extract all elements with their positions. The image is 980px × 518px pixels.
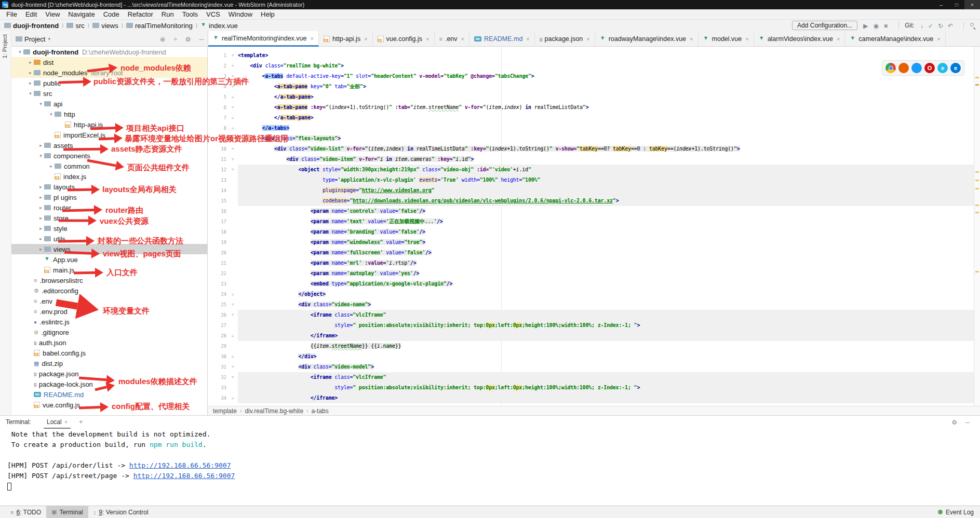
tab-env[interactable]: ≡.env× [435, 31, 470, 47]
chevron-collapsed-icon[interactable]: ▸ [37, 226, 44, 231]
chrome-icon[interactable] [885, 63, 896, 73]
tree-item-src[interactable]: ▾src [11, 88, 207, 99]
tree-item-index-js[interactable]: JSindex.js [11, 171, 207, 182]
history-icon[interactable]: ↻ [938, 22, 943, 30]
stripe-mark[interactable] [975, 205, 979, 206]
tree-item-editorconfig[interactable]: ⚙.editorconfig [11, 285, 207, 296]
chevron-collapsed-icon[interactable]: ▸ [37, 247, 44, 252]
tree-item-style[interactable]: ▸style [11, 223, 207, 234]
fold-open-icon[interactable]: ▿ [230, 154, 236, 165]
terminal-tab-close-icon[interactable]: × [64, 419, 68, 425]
terminal-link[interactable]: http://192.168.66.56:9007 [133, 472, 235, 480]
tree-item-main-js[interactable]: JSmain.js [11, 265, 207, 275]
breadcrumb-views[interactable]: views [101, 22, 118, 30]
opera-icon[interactable]: O [924, 63, 935, 73]
tree-item-dist-zip[interactable]: ▦dist.zip [11, 358, 207, 369]
chevron-collapsed-icon[interactable]: ▸ [27, 70, 34, 75]
menu-refactor[interactable]: Refactor [124, 10, 157, 18]
tree-item-components[interactable]: ▾components [11, 151, 207, 161]
project-panel-title[interactable]: Project [24, 35, 45, 43]
code-editor[interactable]: 1▿<template>2▿ <div class="realTime bg-w… [208, 47, 974, 406]
tree-item-store[interactable]: ▸store [11, 213, 207, 223]
tab-roadwaymanage-index-vue[interactable]: ▼▼roadwayManage\index.vue× [595, 31, 699, 47]
event-log-button[interactable]: Event Log [946, 509, 974, 516]
menu-view[interactable]: View [41, 10, 64, 18]
breadcrumb-realtimemonitoring[interactable]: realTimeMonitoring [135, 22, 193, 30]
tree-item-babel-config-js[interactable]: JSbabel.config.js [11, 348, 207, 358]
chevron-expanded-icon[interactable]: ▾ [17, 49, 23, 54]
chevron-down-icon[interactable]: ▾ [48, 36, 50, 42]
menu-navigate[interactable]: Navigate [64, 10, 99, 18]
fold-close-icon[interactable]: ▵ [230, 393, 236, 403]
tool-strip-project[interactable]: 1: Project [2, 34, 8, 58]
terminal-link[interactable]: http://192.168.66.56:9007 [129, 461, 231, 469]
commit-icon[interactable]: ✓ [928, 22, 933, 30]
maximize-icon[interactable]: □ [949, 0, 964, 9]
tab-close-icon[interactable]: × [745, 36, 748, 42]
fold-close-icon[interactable]: ▵ [230, 351, 236, 362]
search-everywhere-icon[interactable] [970, 22, 976, 29]
tree-item-env-prod[interactable]: ≡.env.prod [11, 306, 207, 317]
tab-close-icon[interactable]: × [690, 36, 693, 42]
tab-close-icon[interactable]: × [526, 36, 529, 42]
tab-close-icon[interactable]: × [461, 36, 464, 42]
chevron-expanded-icon[interactable]: ▾ [37, 101, 44, 106]
chevron-collapsed-icon[interactable]: ▸ [27, 60, 34, 65]
menu-help[interactable]: Help [257, 10, 279, 18]
chevron-collapsed-icon[interactable]: ▸ [37, 205, 44, 210]
menu-run[interactable]: Run [157, 10, 178, 18]
fold-open-icon[interactable]: ▿ [230, 50, 236, 61]
terminal-hide-icon[interactable]: ─ [965, 419, 970, 426]
statusbar-9-version-control[interactable]: ↕9: Version Control [88, 506, 154, 518]
stripe-mark[interactable] [975, 212, 979, 213]
tree-item-browserslistrc[interactable]: ≡.browserslistrc [11, 275, 207, 285]
tree-item-utils[interactable]: ▸utils [11, 234, 207, 244]
stripe-mark[interactable] [975, 171, 979, 173]
chevron-collapsed-icon[interactable]: ▸ [37, 184, 44, 189]
tree-item-http[interactable]: ▾http [11, 109, 207, 119]
firefox-icon[interactable] [898, 63, 909, 73]
fold-close-icon[interactable]: ▵ [230, 92, 236, 102]
stripe-mark[interactable] [975, 188, 979, 189]
tab-close-icon[interactable]: × [937, 36, 940, 42]
tree-item-views[interactable]: ▸views [11, 244, 207, 254]
new-terminal-session-icon[interactable]: + [79, 418, 83, 426]
hide-panel-icon[interactable]: ─ [199, 36, 204, 43]
debug-icon[interactable]: ◉ [873, 22, 878, 30]
tree-item-dist[interactable]: ▸dist [11, 57, 207, 67]
menu-window[interactable]: Window [224, 10, 257, 18]
menu-vcs[interactable]: VCS [202, 10, 224, 18]
tab-close-icon[interactable]: × [364, 36, 367, 42]
add-configuration-button[interactable]: Add Configuration... [792, 21, 857, 30]
tree-item-api[interactable]: ▾api [11, 99, 207, 109]
fold-close-icon[interactable]: ▵ [230, 331, 236, 341]
stop-icon[interactable]: ■ [884, 22, 888, 30]
breadcrumb-src[interactable]: src [75, 22, 84, 30]
fold-open-icon[interactable]: ▿ [230, 61, 236, 71]
stripe-mark[interactable] [975, 77, 979, 78]
menu-file[interactable]: File [2, 10, 21, 18]
tree-item-router[interactable]: ▸router [11, 202, 207, 213]
tree-item-duoji-frontend[interactable]: ▾duoji-frontendD:\zheheWeb\duoji-fronten… [11, 47, 207, 57]
menu-code[interactable]: Code [99, 10, 124, 18]
tab-readme-md[interactable]: MDREADME.md× [469, 31, 535, 47]
close-icon[interactable]: × [964, 0, 980, 9]
minimize-icon[interactable]: – [933, 0, 949, 9]
settings-gear-icon[interactable]: ⚙ [185, 36, 191, 43]
fold-open-icon[interactable]: ▿ [230, 299, 236, 310]
chevron-collapsed-icon[interactable]: ▸ [27, 80, 34, 86]
tree-item-gitignore[interactable]: ⊘.gitignore [11, 327, 207, 337]
chevron-collapsed-icon[interactable]: ▸ [37, 143, 44, 148]
tab-cameramanage-index-vue[interactable]: ▼▼cameraManage\index.vue× [845, 31, 945, 47]
update-project-icon[interactable]: ↓ [920, 22, 923, 30]
run-icon[interactable]: ▶ [863, 22, 868, 30]
tree-item-node-modules[interactable]: ▸node_moduleslibrary root [11, 67, 207, 78]
fold-open-icon[interactable]: ▿ [230, 144, 236, 154]
stripe-mark[interactable] [975, 180, 979, 181]
breadcrumb-index-vue[interactable]: index.vue [209, 22, 238, 30]
tab-alarmvideos-index-vue[interactable]: ▼▼alarmVideos\index.vue× [754, 31, 845, 47]
tree-item-env[interactable]: ≡.env [11, 296, 207, 306]
tab-close-icon[interactable]: × [311, 35, 314, 42]
chevron-collapsed-icon[interactable]: ▸ [37, 195, 44, 200]
menu-edit[interactable]: Edit [21, 10, 41, 18]
